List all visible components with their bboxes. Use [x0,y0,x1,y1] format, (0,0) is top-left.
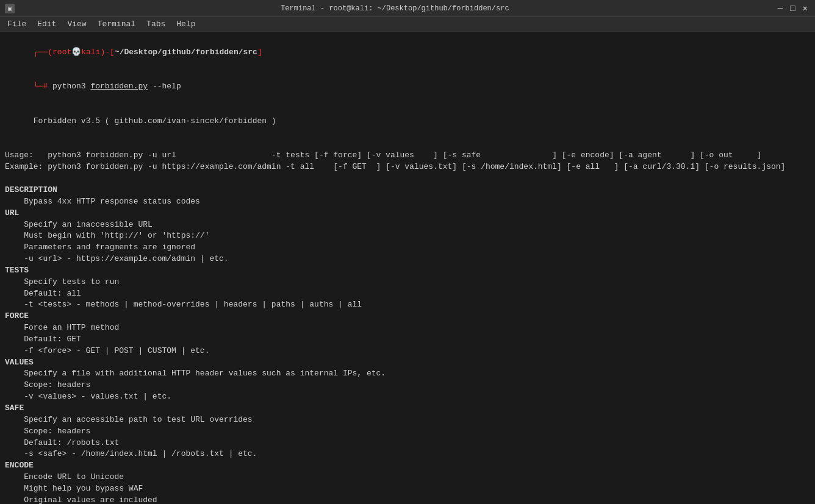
tests-body3: -t <tests> - methods | method-overrides … [5,299,810,311]
example-line: Example: python3 forbidden.py -u https:/… [5,161,810,173]
window-controls[interactable]: ─ □ ✕ [775,4,810,13]
tests-head: TESTS [5,265,810,277]
url-body2: Must begin with 'http://' or 'https://' [5,230,810,242]
desc-head: DESCRIPTION [5,185,810,196]
menu-file[interactable]: File [2,18,31,30]
values-body2: Scope: headers [5,380,810,391]
prompt-text-1: ┌──(root💀kali)-[~/Desktop/github/forbidd… [34,48,262,57]
safe-body2: Scope: headers [5,426,810,438]
values-body1: Specify a file with additional HTTP head… [5,368,810,380]
menu-help[interactable]: Help [171,18,200,30]
force-body3: -f <force> - GET | POST | CUSTOM | etc. [5,346,810,357]
menu-terminal[interactable]: Terminal [93,18,140,30]
maximize-button[interactable]: □ [788,4,797,13]
terminal-window: ▣ Terminal - root@kali: ~/Desktop/github… [0,0,815,504]
blank-1 [5,139,810,151]
tests-body1: Specify tests to run [5,277,810,288]
force-body2: Default: GET [5,334,810,346]
terminal-icon: ▣ [5,4,15,13]
encode-body2: Might help you bypass WAF [5,483,810,495]
prompt-hash: └─# [34,82,52,91]
menu-view[interactable]: View [62,18,91,30]
force-head: FORCE [5,311,810,322]
minimize-button[interactable]: ─ [775,4,785,13]
tests-body2: Default: all [5,288,810,300]
version-line: Forbidden v3.5 ( github.com/ivan-sincek/… [5,104,810,139]
command-line-1: └─# python3 forbidden.py --help [5,70,810,105]
window-title: Terminal - root@kali: ~/Desktop/github/f… [281,4,509,13]
command-text: python3 forbidden.py --help [52,82,181,91]
safe-head: SAFE [5,403,810,414]
url-body3: Parameters and fragments are ignored [5,242,810,254]
values-body3: -v <values> - values.txt | etc. [5,391,810,403]
title-bar-left: ▣ [5,4,15,13]
values-head: VALUES [5,357,810,369]
usage-line: Usage: python3 forbidden.py -u url -t te… [5,150,810,161]
menu-tabs[interactable]: Tabs [142,18,170,30]
terminal-output[interactable]: ┌──(root💀kali)-[~/Desktop/github/forbidd… [0,32,815,504]
title-bar: ▣ Terminal - root@kali: ~/Desktop/github… [0,0,815,17]
menu-edit[interactable]: Edit [32,18,61,30]
force-body1: Force an HTTP method [5,322,810,334]
encode-body3: Original values are included [5,495,810,504]
close-button[interactable]: ✕ [800,4,810,13]
url-body1: Specify an inaccessible URL [5,219,810,231]
safe-body4: -s <safe> - /home/index.html | /robots.t… [5,449,810,460]
desc-body: Bypass 4xx HTTP response status codes [5,196,810,208]
safe-body3: Default: /robots.txt [5,438,810,449]
safe-body1: Specify an accessible path to test URL o… [5,414,810,426]
encode-head: ENCODE [5,460,810,472]
encode-body1: Encode URL to Unicode [5,472,810,483]
prompt-line-1: ┌──(root💀kali)-[~/Desktop/github/forbidd… [5,35,810,70]
url-head: URL [5,208,810,219]
menu-bar: File Edit View Terminal Tabs Help [0,17,815,32]
url-body4: -u <url> - https://example.com/admin | e… [5,254,810,265]
blank-2 [5,173,810,185]
